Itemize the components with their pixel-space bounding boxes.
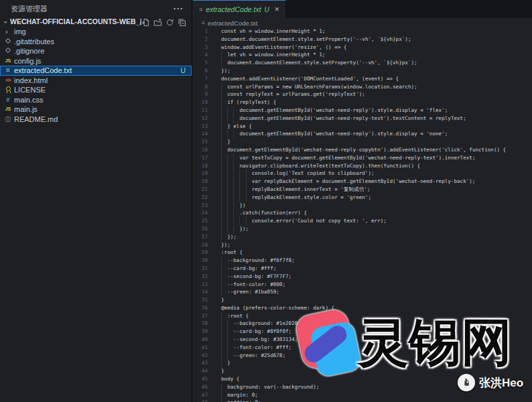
code-line[interactable]: 31--card-bg: #fff; [193,265,532,273]
line-number: 30 [193,257,208,265]
line-number: 34 [193,288,208,296]
more-actions-icon[interactable]: ··· [174,4,184,13]
line-number: 1 [193,27,208,36]
code-line[interactable]: 20var replyBackElement = document.getEle… [193,178,532,186]
code-line[interactable]: 36@media (prefers-color-scheme: dark) { [193,304,532,312]
code-line[interactable]: 21replyBackElement.innerText = '复制成功'; [193,186,532,194]
code-line[interactable]: 23}) [193,202,532,210]
line-number: 37 [193,312,208,320]
code-line[interactable]: 22replyBackElement.style.color = 'green'… [193,194,532,202]
code-text: --background: #1e2020; [221,320,301,328]
code-text: console.log('Text copied to clipboard'); [221,170,375,178]
author-avatar [458,374,475,391]
code-line[interactable]: 14document.getElementById('wechat-need-r… [193,130,532,138]
code-line[interactable]: 47margin: 0; [193,391,532,399]
code-line[interactable]: 7document.addEventListener('DOMContentLo… [193,75,532,83]
new-file-icon[interactable] [141,18,150,27]
code-line[interactable]: 9const replyText = urlParams.get('replyT… [193,90,532,98]
code-line[interactable]: 2document.documentElement.style.setPrope… [193,36,532,44]
watermark-site-name: 灵锡网 [358,314,513,371]
code-line[interactable]: 32--second-bg: #F7F7F7; [193,273,532,281]
line-number: 22 [193,194,208,202]
code-text: }); [221,241,230,249]
code-line[interactable]: 5document.documentElement.style.setPrope… [193,59,532,67]
new-folder-icon[interactable] [153,18,162,27]
line-number: 20 [193,178,208,186]
line-number: 23 [193,202,208,210]
code-line[interactable]: 4let vh = window.innerHeight * 1; [193,51,532,59]
code-line[interactable]: 24.catch(function(err) { [193,209,532,217]
file-row--gitattributes[interactable]: .gitattributes [0,37,192,47]
code-line[interactable]: 30--background: #f6f7f8; [193,257,532,265]
code-text: } [221,359,230,367]
refresh-icon[interactable] [165,18,174,27]
line-number: 8 [193,83,208,91]
code-line[interactable]: 13} else { [193,123,532,131]
watermark-logo [299,312,356,378]
line-number: 5 [193,59,208,67]
file-row-extractedcode-txt[interactable]: ≡extractedCode.txtU [0,66,192,76]
breadcrumb[interactable]: ≡ extractedCode.txt [193,18,532,27]
code-line[interactable]: 8const urlParams = new URLSearchParams(w… [193,83,532,91]
code-line[interactable]: 17var textToCopy = document.getElementBy… [193,154,532,162]
code-text: }) [221,202,246,210]
code-line[interactable]: 33--font-color: #000; [193,281,532,289]
git-file-icon [4,48,12,54]
line-number: 12 [193,115,208,123]
code-line[interactable]: 12document.getElementById('wechat-need-r… [193,115,532,123]
code-line[interactable]: 3window.addEventListener('resize', () =>… [193,44,532,52]
file-list: ›img.gitattributes.gitignoreJSconfig.js≡… [0,27,192,124]
file-row-img[interactable]: ›img [0,27,192,37]
code-text: console.error('Could not copy text: ', e… [221,217,387,225]
code-text: }); [221,67,230,75]
breadcrumb-item[interactable]: extractedCode.txt [208,19,257,27]
code-text: let vh = window.innerHeight * 1; [221,51,325,59]
code-line[interactable]: 25console.error('Could not copy text: ',… [193,217,532,225]
file-name: img [14,27,26,36]
code-line[interactable]: 48padding: 0; [193,399,532,402]
line-number: 29 [193,249,208,257]
code-line[interactable]: 1const vh = window.innerHeight * 1; [193,27,532,36]
code-text: const vh = window.innerHeight * 1; [221,27,325,36]
line-number: 47 [193,391,208,399]
code-line[interactable]: 29:root { [193,249,532,257]
line-number: 32 [193,273,208,281]
tab-extractedcode[interactable]: ≡ extractedCode.txt U × [193,0,286,18]
file-row-config-js[interactable]: JSconfig.js [0,56,192,66]
code-line[interactable]: 16document.getElementById('wechat-need-r… [193,146,532,154]
js-file-icon: JS [4,106,12,113]
code-line[interactable]: 19console.log('Text copied to clipboard'… [193,170,532,178]
line-number: 28 [193,241,208,249]
line-number: 36 [193,304,208,312]
code-line[interactable]: 10if (replyText) { [193,98,532,107]
file-row--gitignore[interactable]: .gitignore [0,46,192,56]
author-name: 张洪Heo [479,375,523,391]
line-number: 44 [193,367,208,375]
code-line[interactable]: 28}); [193,241,532,249]
folder-header[interactable]: › WECHAT-OFFICIAL-ACCOUNTS-WEB_副本 [0,17,192,27]
code-line[interactable]: 18navigator.clipboard.writeText(textToCo… [193,162,532,170]
file-row-readme-md[interactable]: ⓘREADME.md [0,115,192,125]
line-number: 25 [193,217,208,225]
file-name: config.js [14,57,41,65]
line-number: 17 [193,154,208,162]
sidebar-header: 资源管理器 ··· [0,0,192,17]
code-line[interactable]: 6}); [193,67,532,75]
file-row-license[interactable]: LICENSE [0,85,192,95]
code-text: body { [221,375,239,383]
code-line[interactable]: 34--green: #1ba059; [193,288,532,296]
text-file-icon: ≡ [4,67,12,74]
code-line[interactable]: 15} [193,138,532,146]
line-number: 41 [193,344,208,352]
close-icon[interactable]: × [275,5,279,14]
file-row-index-html[interactable]: <>index.html [0,76,192,86]
code-line[interactable]: 27}); [193,233,532,241]
code-text: margin: 0; [221,391,258,399]
code-line[interactable]: 35} [193,296,532,304]
file-row-main-css[interactable]: #main.css [0,95,192,105]
file-row-main-js[interactable]: JSmain.js [0,105,192,115]
collapse-all-icon[interactable] [178,18,186,27]
code-line[interactable]: 11document.getElementById('wechat-need-r… [193,107,532,115]
code-text: --font-color: #000; [221,281,285,289]
code-line[interactable]: 26}); [193,225,532,233]
